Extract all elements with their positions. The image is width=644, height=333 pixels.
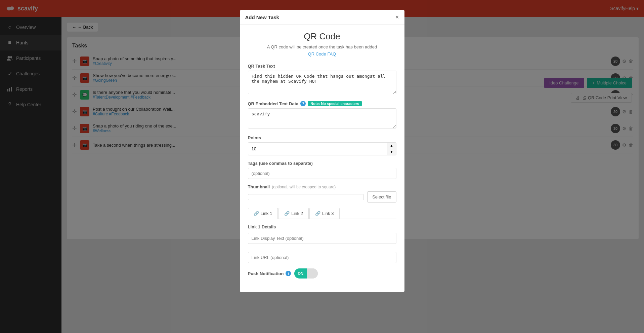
link-icon-2: 🔗 [284,211,290,216]
qr-code-title: QR Code [248,31,396,42]
qr-embedded-input[interactable]: scavify [248,108,396,128]
link-display-group [248,233,396,247]
push-notification-group: Push Notification i ON [248,268,396,279]
select-file-button[interactable]: Select file [367,191,396,202]
qr-note-badge: Note: No special characters [308,101,362,106]
points-group: Points ▲ ▼ [248,135,396,155]
thumbnail-group: Thumbnail (optional, will be cropped to … [248,184,396,202]
qr-embedded-label: QR Embedded Text Data ? Note: No special… [248,101,396,106]
modal-overlay[interactable]: Add New Task × QR Code A QR code will be… [0,0,644,333]
link-tab-1[interactable]: 🔗 Link 1 [248,208,278,219]
push-notification-label: Push Notification i [248,271,291,276]
link-tab-2[interactable]: 🔗 Link 2 [278,208,309,219]
qr-task-text-input[interactable]: Find this hidden QR Code that hangs out … [248,71,396,94]
modal-body: QR Code A QR code will be created once t… [240,25,404,292]
qr-embedded-help-icon[interactable]: ? [300,101,306,106]
qr-task-text-group: QR Task Text Find this hidden QR Code th… [248,64,396,96]
link-tab-3[interactable]: 🔗 Link 3 [309,208,340,219]
link-display-input[interactable] [248,233,396,244]
tags-input[interactable] [248,168,396,179]
link-url-group [248,252,396,263]
thumbnail-area: Select file [248,191,396,202]
qr-subtitle: A QR code will be created once the task … [248,44,396,49]
thumbnail-filename [248,194,364,200]
link-icon-1: 🔗 [254,211,259,216]
modal-title: Add New Task [245,14,279,20]
points-increment-button[interactable]: ▲ [387,143,396,149]
tags-group: Tags (use commas to separate) [248,161,396,179]
toggle-on-label: ON [294,268,307,279]
link-url-input[interactable] [248,252,396,263]
points-field: ▲ ▼ [248,142,396,155]
push-notification-help-icon[interactable]: i [286,271,291,276]
points-input[interactable] [248,144,387,154]
link-tabs: 🔗 Link 1 🔗 Link 2 🔗 Link 3 [248,208,396,219]
qr-embedded-group: QR Embedded Text Data ? Note: No special… [248,101,396,130]
push-toggle[interactable]: ON [294,268,318,279]
link-icon-3: 🔗 [315,211,320,216]
points-label: Points [248,135,396,140]
link-details-title: Link 1 Details [248,224,396,229]
toggle-off-area [307,268,318,279]
add-task-modal: Add New Task × QR Code A QR code will be… [240,10,404,292]
qr-faq-link[interactable]: QR Code FAQ [248,51,396,57]
modal-close-button[interactable]: × [395,14,399,20]
thumbnail-label: Thumbnail (optional, will be cropped to … [248,184,396,189]
points-spinners: ▲ ▼ [387,143,396,155]
qr-task-text-label: QR Task Text [248,64,396,69]
qr-faq-anchor[interactable]: QR Code FAQ [308,51,336,57]
modal-header: Add New Task × [240,10,404,25]
points-decrement-button[interactable]: ▼ [387,149,396,155]
tags-label: Tags (use commas to separate) [248,161,396,166]
